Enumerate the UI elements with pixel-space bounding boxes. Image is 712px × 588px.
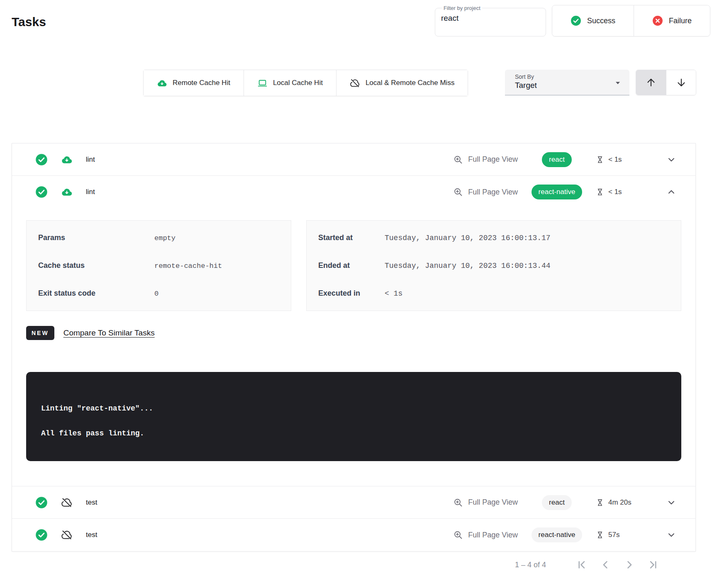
ended-at-label: Ended at bbox=[318, 261, 385, 270]
cache-miss-filter-button[interactable]: Local & Remote Cache Miss bbox=[336, 70, 468, 96]
task-row-right: Full Page View react-native 57s bbox=[453, 527, 695, 542]
chevron-left-icon bbox=[600, 559, 611, 571]
zoom-in-icon bbox=[453, 530, 463, 540]
first-page-button[interactable] bbox=[569, 559, 593, 571]
started-at-value: Tuesday, January 10, 2023 16:00:13.17 bbox=[385, 234, 551, 242]
cache-miss-label: Local & Remote Cache Miss bbox=[366, 79, 454, 87]
project-badge[interactable]: react bbox=[542, 152, 572, 167]
expand-row-button[interactable] bbox=[658, 530, 685, 540]
started-at-label: Started at bbox=[318, 233, 385, 242]
zoom-in-icon bbox=[453, 187, 463, 197]
zoom-in-icon bbox=[453, 155, 463, 165]
task-row[interactable]: test Full Page View react-native 57s bbox=[12, 519, 695, 551]
compare-to-similar-tasks-link[interactable]: Compare To Similar Tasks bbox=[63, 328, 155, 338]
chevron-down-icon bbox=[666, 154, 677, 165]
laptop-icon bbox=[257, 78, 268, 88]
remote-cache-hit-filter-button[interactable]: Remote Cache Hit bbox=[144, 70, 244, 96]
hourglass-icon bbox=[596, 530, 604, 539]
remote-cache-hit-label: Remote Cache Hit bbox=[173, 79, 230, 87]
task-meta-card: Params empty Cache status remote-cache-h… bbox=[26, 220, 291, 311]
project-badge[interactable]: react bbox=[542, 495, 572, 510]
cloud-off-icon bbox=[350, 78, 360, 88]
project-badge[interactable]: react-native bbox=[532, 185, 583, 199]
duration-text: < 1s bbox=[608, 188, 622, 196]
task-name: lint bbox=[86, 188, 95, 196]
next-page-button[interactable] bbox=[617, 559, 641, 571]
task-row-left: lint bbox=[12, 186, 95, 198]
sort-by-value: Target bbox=[515, 81, 622, 90]
duration: < 1s bbox=[596, 187, 658, 197]
duration-text: < 1s bbox=[608, 156, 622, 164]
task-row-right: Full Page View react-native < 1s bbox=[453, 185, 695, 199]
failure-x-icon bbox=[652, 15, 663, 26]
full-page-view-button[interactable]: Full Page View bbox=[453, 530, 518, 540]
task-row[interactable]: test Full Page View react 4m 20s bbox=[12, 486, 695, 519]
duration: 4m 20s bbox=[596, 498, 658, 507]
exit-code-row: Exit status code 0 bbox=[27, 279, 291, 307]
task-row-left: lint bbox=[12, 153, 95, 166]
project-filter-input[interactable] bbox=[441, 14, 540, 23]
terminal-line: All files pass linting. bbox=[41, 429, 666, 437]
success-check-icon bbox=[35, 153, 48, 166]
remote-cache-hit-icon bbox=[61, 154, 73, 165]
success-filter-label: Success bbox=[587, 17, 615, 25]
duration: < 1s bbox=[596, 155, 658, 164]
params-value: empty bbox=[154, 234, 176, 242]
page-title: Tasks bbox=[12, 15, 46, 29]
task-row[interactable]: lint Full Page View react < 1s bbox=[12, 143, 695, 176]
tasks-page: Tasks Filter by project Success Failure bbox=[0, 0, 712, 588]
top-filter-bar: Filter by project Success Failure bbox=[435, 5, 710, 36]
collapse-row-button[interactable] bbox=[658, 187, 685, 197]
success-check-icon bbox=[35, 529, 48, 541]
executed-in-row: Executed in < 1s bbox=[307, 279, 681, 307]
chevron-down-icon bbox=[666, 497, 677, 508]
hourglass-icon bbox=[596, 498, 604, 507]
sort-descending-button[interactable] bbox=[666, 70, 696, 95]
success-check-icon bbox=[35, 186, 48, 198]
expand-row-button[interactable] bbox=[658, 497, 685, 508]
full-page-view-button[interactable]: Full Page View bbox=[453, 498, 518, 508]
sort-direction-group bbox=[636, 70, 696, 95]
executed-in-value: < 1s bbox=[385, 289, 402, 298]
exit-code-value: 0 bbox=[154, 290, 158, 298]
task-name: test bbox=[86, 531, 97, 539]
full-page-view-label: Full Page View bbox=[468, 155, 518, 164]
cache-filter-group: Remote Cache Hit Local Cache Hit Local &… bbox=[143, 70, 468, 96]
task-row[interactable]: lint Full Page View react-native bbox=[12, 176, 695, 208]
previous-page-button[interactable] bbox=[593, 559, 617, 571]
project-filter-field[interactable]: Filter by project bbox=[435, 5, 546, 36]
terminal-output: Linting "react-native"... All files pass… bbox=[26, 372, 681, 461]
params-label: Params bbox=[38, 233, 154, 242]
last-page-button[interactable] bbox=[641, 559, 666, 571]
executed-in-label: Executed in bbox=[318, 289, 385, 298]
sort-by-select[interactable]: Sort By Target bbox=[505, 70, 629, 95]
page-range-text: 1 – 4 of 4 bbox=[515, 561, 546, 569]
failure-filter-label: Failure bbox=[669, 17, 692, 25]
task-row-expanded-wrapper: lint Full Page View react-native bbox=[12, 176, 695, 486]
project-filter-label: Filter by project bbox=[442, 5, 482, 11]
duration-text: 4m 20s bbox=[608, 498, 632, 507]
first-page-icon bbox=[575, 559, 587, 571]
task-row-right: Full Page View react 4m 20s bbox=[453, 495, 695, 510]
cache-miss-icon bbox=[61, 529, 73, 541]
ended-at-row: Ended at Tuesday, January 10, 2023 16:00… bbox=[307, 252, 681, 279]
cache-miss-icon bbox=[61, 497, 73, 508]
local-cache-hit-filter-button[interactable]: Local Cache Hit bbox=[244, 70, 336, 96]
project-badge[interactable]: react-native bbox=[532, 527, 583, 542]
sort-ascending-button[interactable] bbox=[636, 70, 666, 95]
full-page-view-button[interactable]: Full Page View bbox=[453, 155, 518, 165]
sort-by-label: Sort By bbox=[515, 73, 622, 80]
remote-cache-hit-icon bbox=[61, 186, 73, 198]
ended-at-value: Tuesday, January 10, 2023 16:00:13.44 bbox=[385, 262, 551, 270]
full-page-view-button[interactable]: Full Page View bbox=[453, 187, 518, 197]
new-badge: NEW bbox=[26, 326, 54, 340]
chevron-right-icon bbox=[624, 559, 635, 571]
task-detail-panel: Params empty Cache status remote-cache-h… bbox=[12, 208, 695, 486]
success-check-icon bbox=[35, 496, 48, 509]
failure-filter-button[interactable]: Failure bbox=[634, 5, 710, 36]
success-filter-button[interactable]: Success bbox=[552, 5, 634, 36]
duration: 57s bbox=[596, 530, 658, 539]
success-check-icon bbox=[571, 15, 581, 26]
expand-row-button[interactable] bbox=[658, 154, 685, 165]
compare-row: NEW Compare To Similar Tasks bbox=[26, 326, 681, 340]
